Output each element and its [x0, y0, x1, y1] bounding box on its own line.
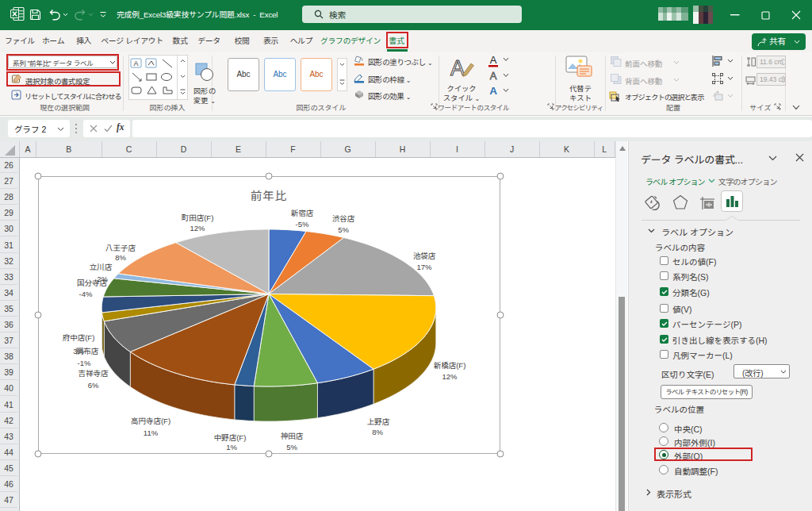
- svg-text:A: A: [450, 56, 465, 80]
- svg-text:A: A: [490, 70, 497, 82]
- svg-text:A: A: [489, 85, 497, 97]
- svg-text:A: A: [490, 54, 497, 66]
- svg-text:A: A: [133, 60, 138, 67]
